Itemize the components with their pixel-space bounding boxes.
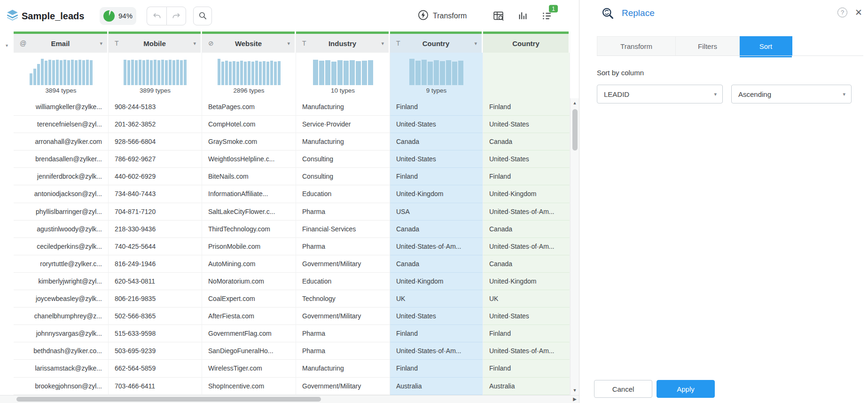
table-cell[interactable]: Consulting	[296, 168, 390, 185]
table-cell[interactable]: agustinlwoody@zylk...	[14, 221, 108, 238]
column-header-country-new[interactable]: Country	[483, 34, 569, 53]
table-cell[interactable]: Canada	[390, 255, 483, 273]
table-cell[interactable]: United·Kingdom	[483, 273, 570, 290]
table-cell[interactable]: InformationAffiliate...	[202, 185, 296, 203]
table-cell[interactable]: 806-216-9835	[109, 290, 202, 308]
table-cell[interactable]: BetaPages.com	[202, 98, 296, 116]
table-cell[interactable]: 704-871-7120	[109, 203, 202, 221]
table-cell[interactable]: kimberlyjwright@zyl...	[14, 273, 108, 290]
table-cell[interactable]: 662-564-5859	[109, 360, 202, 377]
table-cell[interactable]: 740-425-5644	[109, 238, 202, 255]
table-cell[interactable]: Manufacturing	[296, 98, 390, 116]
table-cell[interactable]: Finland	[390, 360, 483, 377]
table-cell[interactable]: United·States·of·Am...	[483, 203, 570, 221]
table-cell[interactable]: brookegjohnson@zyl...	[14, 378, 108, 395]
search-button[interactable]	[193, 7, 212, 25]
table-cell[interactable]: Canada	[390, 133, 483, 150]
table-cell[interactable]: antoniodjackson@zyl...	[14, 185, 108, 203]
table-cell[interactable]: Service·Provider	[296, 116, 390, 133]
table-cell[interactable]: Canada	[483, 221, 570, 238]
table-cell[interactable]: 703-466-6411	[109, 378, 202, 395]
table-cell[interactable]: 620-543-0811	[109, 273, 202, 290]
table-cell[interactable]: jenniferdbrock@zylk...	[14, 168, 108, 185]
table-cell[interactable]: United·States	[483, 116, 570, 133]
tab-filters[interactable]: Filters	[676, 36, 740, 55]
table-cell[interactable]: chanelbhumphrey@z...	[14, 308, 108, 325]
table-cell[interactable]: Canada	[390, 221, 483, 238]
table-cell[interactable]: arronahall@zylker.com	[14, 133, 108, 150]
table-cell[interactable]: 515-633-9598	[109, 325, 202, 342]
table-cell[interactable]: 502-566-8365	[109, 308, 202, 325]
column-menu-icon[interactable]: ▾	[381, 40, 384, 47]
table-cell[interactable]: AutoMining.com	[202, 255, 296, 273]
table-cell[interactable]: United·States	[390, 150, 483, 168]
table-cell[interactable]: United·States	[390, 308, 483, 325]
table-cell[interactable]: Consulting	[296, 150, 390, 168]
table-cell[interactable]: United·States·of·Am...	[390, 238, 483, 255]
column-histogram-mobile[interactable]: 3899 types	[109, 53, 202, 98]
table-cell[interactable]: Finland	[390, 168, 483, 185]
column-stats-icon[interactable]	[517, 11, 528, 21]
table-cell[interactable]: WirelessTiger.com	[202, 360, 296, 377]
table-cell[interactable]: Education	[296, 185, 390, 203]
close-icon[interactable]: ✕	[855, 7, 862, 18]
sort-column-select[interactable]: LEADID ▾	[597, 85, 723, 103]
table-cell[interactable]: GovernmentFlag.com	[202, 325, 296, 342]
table-cell[interactable]: GraySmoke.com	[202, 133, 296, 150]
table-cell[interactable]: UK	[483, 290, 570, 308]
table-cell[interactable]: larissamstack@zylke...	[14, 360, 108, 377]
table-cell[interactable]: Pharma	[296, 238, 390, 255]
table-cell[interactable]: Finland	[483, 325, 570, 342]
pipeline-steps-icon[interactable]: 1	[541, 10, 553, 22]
table-cell[interactable]: SaltLakeCityFlower.c...	[202, 203, 296, 221]
table-cell[interactable]: 201-362-3852	[109, 116, 202, 133]
table-cell[interactable]: 816-249-1946	[109, 255, 202, 273]
sort-order-select[interactable]: Ascending ▾	[731, 85, 852, 103]
table-cell[interactable]: UK	[390, 290, 483, 308]
table-cell[interactable]: phyllislbarringer@zyl...	[14, 203, 108, 221]
column-histogram-country-new[interactable]	[483, 53, 570, 98]
help-icon[interactable]: ?	[837, 8, 847, 17]
column-menu-icon[interactable]: ▾	[287, 40, 290, 47]
table-cell[interactable]: 908-244-5183	[109, 98, 202, 116]
data-search-icon[interactable]	[493, 10, 504, 22]
table-cell[interactable]: Finland	[390, 325, 483, 342]
table-cell[interactable]: ThirdTechnology.com	[202, 221, 296, 238]
column-histogram-website[interactable]: 2896 types	[202, 53, 296, 98]
table-cell[interactable]: Financial·Services	[296, 221, 390, 238]
column-menu-icon[interactable]: ▾	[193, 40, 196, 47]
table-cell[interactable]: Canada	[483, 133, 570, 150]
table-cell[interactable]: Pharma	[296, 342, 390, 360]
table-cell[interactable]: Government/Military	[296, 308, 390, 325]
column-menu-icon[interactable]: ▾	[474, 40, 477, 47]
scroll-down-icon[interactable]: ▼	[573, 387, 577, 394]
quality-badge[interactable]: 94%	[100, 7, 136, 25]
table-cell[interactable]: CompHotel.com	[202, 116, 296, 133]
table-cell[interactable]: USA	[390, 203, 483, 221]
table-cell[interactable]: williamgkeller@zylke...	[14, 98, 108, 116]
table-cell[interactable]: Australia	[390, 378, 483, 395]
tab-sort[interactable]: Sort	[740, 36, 792, 55]
table-cell[interactable]: 734-840-7443	[109, 185, 202, 203]
table-cell[interactable]: PrisonMobile.com	[202, 238, 296, 255]
table-cell[interactable]: CoalExpert.com	[202, 290, 296, 308]
table-cell[interactable]: 786-692-9627	[109, 150, 202, 168]
table-cell[interactable]: Manufacturing	[296, 360, 390, 377]
undo-button[interactable]	[147, 7, 166, 25]
vertical-scrollbar[interactable]: ▲ ▼	[570, 32, 579, 395]
table-cell[interactable]: BiteNails.com	[202, 168, 296, 185]
table-cell[interactable]: Finland	[483, 168, 570, 185]
column-header-industry[interactable]: TIndustry▾	[296, 34, 389, 53]
table-cell[interactable]: joycewbeasley@zylk...	[14, 290, 108, 308]
table-cell[interactable]: AfterFiesta.com	[202, 308, 296, 325]
table-cell[interactable]: United·Kingdom	[483, 185, 570, 203]
horizontal-scrollbar-thumb[interactable]	[16, 397, 321, 402]
table-cell[interactable]: SanDiegoFuneralHo...	[202, 342, 296, 360]
table-cell[interactable]: Pharma	[296, 203, 390, 221]
column-histogram-email[interactable]: 3894 types	[14, 53, 108, 98]
table-cell[interactable]: 503-695-9239	[109, 342, 202, 360]
column-header-mobile[interactable]: TMobile▾	[109, 34, 201, 53]
transform-button[interactable]: Transform	[418, 9, 467, 22]
scroll-right-icon[interactable]: ▶	[573, 396, 577, 402]
table-cell[interactable]: ShopIncentive.com	[202, 378, 296, 395]
